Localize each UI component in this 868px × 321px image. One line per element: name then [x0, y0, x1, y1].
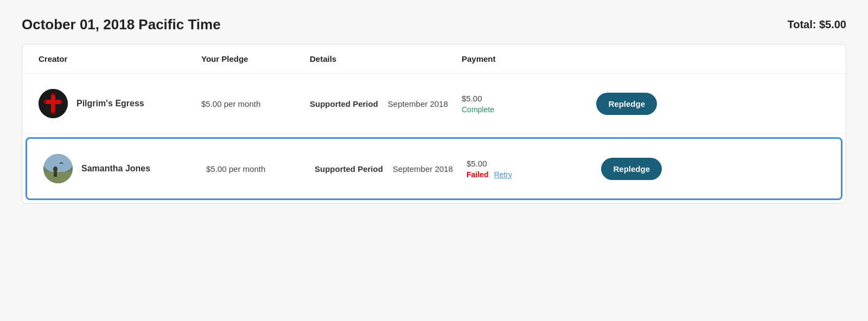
action-cell-pilgrim: Repledge	[570, 93, 657, 115]
details-label-pilgrim: Supported Period	[310, 98, 378, 110]
page-header: October 01, 2018 Pacific Time Total: $5.…	[22, 16, 846, 33]
col-pledge: Your Pledge	[201, 54, 310, 63]
payment-amount-pilgrim: $5.00	[462, 94, 570, 103]
details-value-samantha: September 2018	[393, 163, 453, 175]
retry-link-samantha[interactable]: Retry	[494, 170, 512, 179]
status-failed-samantha: Failed	[467, 170, 488, 179]
pledge-samantha: $5.00 per month	[206, 164, 315, 174]
svg-point-10	[53, 166, 58, 172]
details-value-pilgrim: September 2018	[388, 98, 448, 110]
svg-rect-8	[43, 154, 73, 173]
payment-samantha: $5.00 Failed Retry	[467, 159, 575, 179]
action-cell-samantha: Repledge	[575, 158, 662, 180]
col-creator: Creator	[39, 54, 201, 63]
svg-rect-9	[43, 172, 73, 183]
payment-amount-samantha: $5.00	[467, 159, 575, 168]
svg-point-6	[52, 111, 55, 114]
repledge-button-pilgrim[interactable]: Repledge	[596, 93, 657, 115]
status-row-samantha: Failed Retry	[467, 170, 575, 179]
svg-point-3	[43, 100, 47, 104]
repledge-button-samantha[interactable]: Repledge	[601, 158, 662, 180]
pledge-table: Creator Your Pledge Details Payment	[22, 44, 846, 204]
creator-name-pilgrim: Pilgrim's Egress	[76, 99, 144, 108]
col-details: Details	[310, 54, 462, 63]
svg-rect-2	[45, 100, 61, 104]
total-amount: Total: $5.00	[787, 18, 846, 31]
col-payment: Payment	[462, 54, 570, 63]
svg-point-5	[52, 93, 55, 96]
svg-rect-11	[54, 171, 57, 177]
table-row-samantha: Samantha Jones $5.00 per month Supported…	[27, 139, 841, 198]
table-row: Pilgrim's Egress $5.00 per month Support…	[22, 74, 846, 134]
samantha-avatar-svg	[43, 154, 73, 183]
table-header: Creator Your Pledge Details Payment	[22, 44, 846, 74]
highlighted-row-wrapper: Samantha Jones $5.00 per month Supported…	[25, 137, 843, 200]
payment-pilgrim: $5.00 Complete	[462, 94, 570, 114]
page-title: October 01, 2018 Pacific Time	[22, 16, 221, 33]
details-pilgrim: Supported Period September 2018	[310, 98, 462, 110]
col-action	[570, 54, 657, 63]
avatar-samantha	[43, 154, 73, 183]
avatar-pilgrim	[39, 89, 68, 118]
details-label-samantha: Supported Period	[315, 163, 383, 175]
pledge-pilgrim: $5.00 per month	[201, 99, 310, 108]
pilgrim-avatar-svg	[39, 89, 68, 118]
creator-cell-samantha: Samantha Jones	[43, 154, 206, 183]
details-samantha: Supported Period September 2018	[315, 163, 467, 175]
status-complete-pilgrim: Complete	[462, 105, 570, 114]
svg-point-4	[60, 100, 63, 104]
creator-cell-pilgrim: Pilgrim's Egress	[39, 89, 201, 118]
creator-name-samantha: Samantha Jones	[81, 164, 150, 174]
